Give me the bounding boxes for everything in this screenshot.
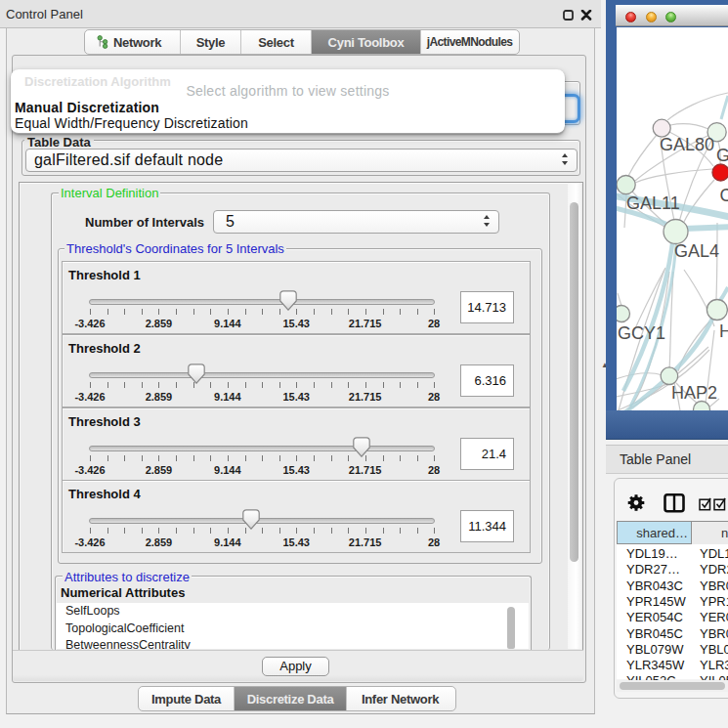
svg-text:H: H xyxy=(719,321,728,341)
svg-text:GA: GA xyxy=(716,146,728,165)
svg-text:C: C xyxy=(720,186,728,205)
svg-text:GAL11: GAL11 xyxy=(626,193,680,213)
svg-text:GCY1: GCY1 xyxy=(618,323,665,343)
svg-text:GAL4: GAL4 xyxy=(674,241,719,261)
svg-text:HAP2: HAP2 xyxy=(671,383,717,403)
svg-text:GAL80: GAL80 xyxy=(660,135,714,154)
